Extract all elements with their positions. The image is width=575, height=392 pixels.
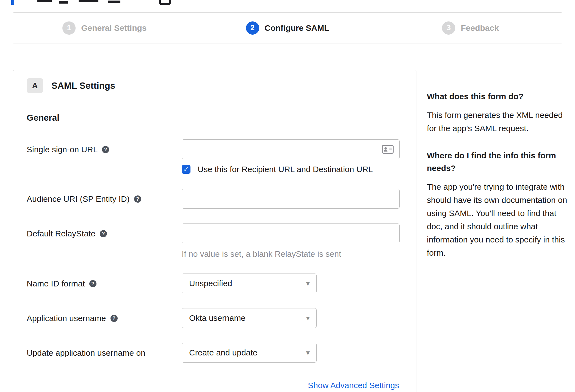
relaystate-hint: If no value is set, a blank RelayState i… xyxy=(182,249,400,259)
sso-url-input[interactable] xyxy=(182,139,400,159)
select-value: Unspecified xyxy=(189,279,232,288)
form-row-nameid-format: Name ID format ? Unspecified ▾ xyxy=(27,274,400,293)
card-title: SAML Settings xyxy=(51,81,115,91)
control-col: Unspecified ▾ xyxy=(182,274,400,293)
form-row-audience-uri: Audience URI (SP Entity ID) ? xyxy=(27,189,400,209)
advanced-settings-row: Show Advanced Settings xyxy=(27,381,400,390)
field-label: Default RelayState xyxy=(27,229,95,238)
form-row-relaystate: Default RelayState ? If no value is set,… xyxy=(27,223,400,259)
general-section-title: General xyxy=(27,113,400,123)
header-icon-fragment xyxy=(159,0,171,5)
sidebar-heading: Where do I find the info this form needs… xyxy=(427,149,568,175)
help-sidebar: What does this form do? This form genera… xyxy=(427,90,568,274)
chevron-down-icon: ▾ xyxy=(306,349,310,357)
label-col: Audience URI (SP Entity ID) ? xyxy=(27,189,182,204)
label-col: Single sign-on URL ? xyxy=(27,139,182,154)
update-username-select[interactable]: Create and update ▾ xyxy=(182,343,317,363)
form-row-update-username: Update application username on Create an… xyxy=(27,343,400,363)
wizard-stepper: 1 General Settings 2 Configure SAML 3 Fe… xyxy=(13,12,562,43)
field-label: Audience URI (SP Entity ID) xyxy=(27,194,130,204)
relaystate-input[interactable] xyxy=(182,223,400,243)
step-number-badge: 1 xyxy=(62,21,76,35)
form-row-app-username: Application username ? Okta username ▾ xyxy=(27,308,400,328)
sidebar-body: The app you're trying to integrate with … xyxy=(427,180,568,260)
field-label: Application username xyxy=(27,314,106,323)
label-col: Default RelayState ? xyxy=(27,223,182,238)
step-label: Configure SAML xyxy=(265,23,329,33)
step-label: General Settings xyxy=(81,23,146,33)
help-icon[interactable]: ? xyxy=(100,230,107,237)
logo-fragment xyxy=(11,0,14,5)
field-label: Update application username on xyxy=(27,348,145,358)
title-text-fragment xyxy=(59,1,68,4)
recipient-url-checkbox-row: ✓ Use this for Recipient URL and Destina… xyxy=(182,165,400,174)
help-icon[interactable]: ? xyxy=(110,315,118,322)
sso-url-input-wrap xyxy=(182,139,400,159)
step-general-settings[interactable]: 1 General Settings xyxy=(13,13,196,43)
audience-uri-input[interactable] xyxy=(182,189,400,209)
show-advanced-settings-link[interactable]: Show Advanced Settings xyxy=(308,381,399,390)
saml-form: Single sign-on URL ? ✓ Use this f xyxy=(27,139,400,390)
app-username-select[interactable]: Okta username ▾ xyxy=(182,308,317,328)
title-text-fragment xyxy=(79,0,98,2)
step-number-badge: 2 xyxy=(246,21,259,35)
chevron-down-icon: ▾ xyxy=(306,280,310,287)
step-number-badge: 3 xyxy=(442,21,455,35)
field-label: Single sign-on URL xyxy=(27,145,98,154)
control-col xyxy=(182,189,400,209)
step-configure-saml[interactable]: 2 Configure SAML xyxy=(196,13,379,43)
control-col: Create and update ▾ xyxy=(182,343,400,363)
control-col: Okta username ▾ xyxy=(182,308,400,328)
nameid-format-select[interactable]: Unspecified ▾ xyxy=(182,274,317,293)
cropped-page-header xyxy=(0,0,575,7)
checkbox-label: Use this for Recipient URL and Destinati… xyxy=(198,165,373,174)
form-row-sso-url: Single sign-on URL ? ✓ Use this f xyxy=(27,139,400,174)
title-text-fragment xyxy=(37,0,52,2)
sidebar-body: This form generates the XML needed for t… xyxy=(427,109,568,135)
title-text-fragment xyxy=(108,1,120,3)
label-col: Name ID format ? xyxy=(27,274,182,288)
help-icon[interactable]: ? xyxy=(89,280,96,287)
label-col: Application username ? xyxy=(27,308,182,323)
chevron-down-icon: ▾ xyxy=(306,314,310,322)
select-value: Create and update xyxy=(189,348,258,357)
help-icon[interactable]: ? xyxy=(102,146,109,153)
contact-card-icon[interactable] xyxy=(382,145,394,154)
select-value: Okta username xyxy=(189,313,245,323)
step-feedback[interactable]: 3 Feedback xyxy=(379,13,562,43)
card-header: A SAML Settings xyxy=(27,78,400,93)
control-col: ✓ Use this for Recipient URL and Destina… xyxy=(182,139,400,174)
saml-settings-card: A SAML Settings General Single sign-on U… xyxy=(13,70,416,392)
sidebar-heading: What does this form do? xyxy=(427,90,568,103)
recipient-url-checkbox[interactable]: ✓ xyxy=(182,165,190,174)
field-label: Name ID format xyxy=(27,279,85,288)
help-icon[interactable]: ? xyxy=(134,195,141,203)
control-col: If no value is set, a blank RelayState i… xyxy=(182,223,400,259)
step-label: Feedback xyxy=(461,23,499,33)
label-col: Update application username on xyxy=(27,343,182,358)
section-a-badge: A xyxy=(27,78,43,93)
